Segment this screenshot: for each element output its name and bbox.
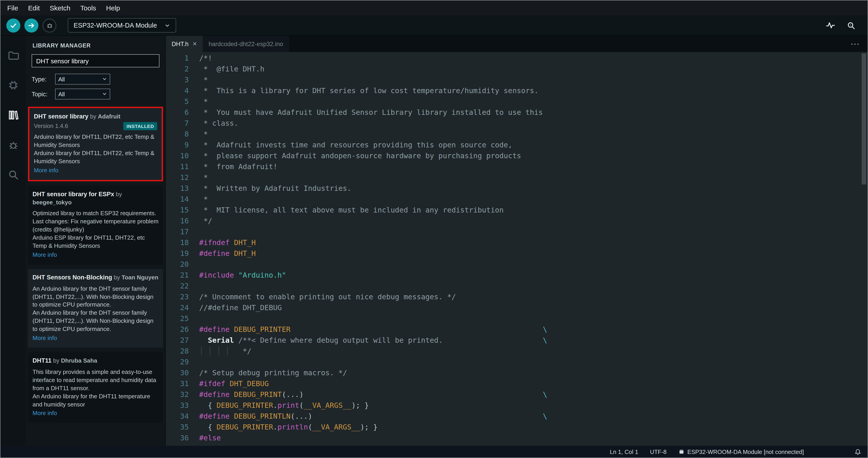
- line-number: 26: [166, 324, 199, 335]
- line-number: 17: [166, 227, 199, 237]
- main-area: LIBRARY MANAGER Type:AllTopic:All DHT se…: [0, 36, 868, 446]
- line-number: 10: [166, 150, 199, 162]
- line-number: 30: [166, 368, 199, 378]
- editor-column: DHT.h×hardcoded-dht22-esp32.ino⋯ 1/*!2 *…: [166, 36, 868, 446]
- code-line: 19#define DHT_H: [166, 248, 868, 259]
- code-text: /* Setup debug printing macros. */: [199, 368, 347, 378]
- chevron-down-icon: [102, 76, 107, 83]
- menu-tools[interactable]: Tools: [75, 0, 101, 16]
- sidebar-item-library-manager[interactable]: [0, 101, 26, 131]
- library-icon: [7, 109, 19, 122]
- code-line: 30/* Setup debug printing macros. */: [166, 368, 868, 378]
- board-selector-dropdown[interactable]: ESP32-WROOM-DA Module: [68, 18, 176, 33]
- code-text: * class.: [199, 118, 238, 129]
- upload-button[interactable]: [24, 18, 38, 32]
- menu-edit[interactable]: Edit: [23, 0, 45, 16]
- close-icon[interactable]: ×: [193, 40, 197, 48]
- code-line: 21#include "Arduino.h": [166, 270, 868, 281]
- sidebar-item-debug[interactable]: [0, 131, 26, 161]
- library-card[interactable]: DHT sensor library by AdafruitVersion 1.…: [28, 107, 163, 181]
- line-number: 18: [166, 237, 199, 248]
- code-line: 34#define DEBUG_PRINTLN(...) \: [166, 411, 868, 422]
- board-status[interactable]: ESP32-WROOM-DA Module [not connected]: [678, 448, 804, 455]
- sidebar-item-boards-manager[interactable]: [0, 71, 26, 101]
- tab-hardcoded-dht22-esp32-ino[interactable]: hardcoded-dht22-esp32.ino: [203, 36, 289, 52]
- code-line: 4 * This is a library for DHT series of …: [166, 85, 868, 96]
- check-icon: [9, 22, 17, 29]
- code-text: │ │ │ │ */: [199, 346, 251, 357]
- filter-label: Type:: [32, 76, 55, 83]
- more-info-link[interactable]: More info: [32, 409, 158, 418]
- sidebar-item-sketchbook[interactable]: [0, 41, 26, 71]
- code-text: * Written by Adafruit Industries.: [199, 183, 351, 194]
- menu-file[interactable]: File: [2, 0, 23, 16]
- library-card[interactable]: DHT sensor library for ESPx by beegee_to…: [28, 186, 163, 264]
- board-status-label: ESP32-WROOM-DA Module [not connected]: [687, 448, 804, 455]
- code-line: 15 * MIT license, all text above must be…: [166, 205, 868, 216]
- line-number: 14: [166, 194, 199, 205]
- serial-plotter-button[interactable]: [826, 21, 835, 30]
- line-number: 1: [166, 53, 199, 64]
- code-text: * You must have Adafruit Unified Sensor …: [199, 107, 543, 118]
- serial-monitor-button[interactable]: [847, 21, 855, 30]
- chevron-down-icon: [102, 91, 107, 97]
- library-author: beegee_tokyo: [32, 199, 71, 206]
- code-line: 9 * Adafruit invests time and resources …: [166, 140, 868, 150]
- code-line: 32#define DEBUG_PRINT(...) \: [166, 389, 868, 400]
- bug-icon: [46, 22, 53, 29]
- line-number: 35: [166, 422, 199, 433]
- code-editor[interactable]: 1/*!2 * @file DHT.h3 *4 * This is a libr…: [166, 52, 868, 446]
- tab-dht-h[interactable]: DHT.h×: [166, 36, 203, 52]
- code-text: *: [199, 172, 208, 183]
- library-card[interactable]: DHT11 by Dhruba SahaThis library provide…: [28, 352, 163, 423]
- line-number: 12: [166, 172, 199, 183]
- library-by-label: by: [89, 113, 98, 120]
- filter-label: Topic:: [32, 91, 55, 97]
- verify-button[interactable]: [6, 18, 20, 32]
- code-line: 22: [166, 281, 868, 292]
- library-card[interactable]: DHT Sensors Non-Blocking by Toan NguyenA…: [28, 269, 163, 348]
- editor-scrollbar-thumb[interactable]: [862, 53, 866, 184]
- line-number: 28: [166, 346, 199, 357]
- cursor-position: Ln 1, Col 1: [610, 448, 638, 455]
- code-line: 5 *: [166, 96, 868, 107]
- line-number: 29: [166, 357, 199, 368]
- code-line: 29: [166, 357, 868, 368]
- menu-help[interactable]: Help: [101, 0, 125, 16]
- code-text: #define DEBUG_PRINT(...) \: [199, 443, 547, 446]
- more-info-link[interactable]: More info: [34, 166, 157, 174]
- library-description-paragraph: This library provides a simple and easy-…: [32, 368, 158, 393]
- code-line: 28│ │ │ │ */: [166, 346, 868, 357]
- line-number: 32: [166, 389, 199, 400]
- library-title: DHT Sensors Non-Blocking by Toan Nguyen: [32, 274, 158, 282]
- toolbar: ESP32-WROOM-DA Module: [0, 16, 868, 36]
- line-number: 33: [166, 400, 199, 411]
- code-text: *: [199, 129, 208, 140]
- code-line: 6 * You must have Adafruit Unified Senso…: [166, 107, 868, 118]
- library-search-input[interactable]: [32, 54, 159, 67]
- code-text: #ifdef DHT_DEBUG: [199, 378, 269, 389]
- debug-button[interactable]: [42, 18, 57, 32]
- code-text: { DEBUG_PRINTER.println(__VA_ARGS__); }: [199, 422, 377, 433]
- more-info-link[interactable]: More info: [32, 251, 158, 259]
- code-line: 18#ifndef DHT_H: [166, 237, 868, 248]
- filter-select-type[interactable]: All: [55, 74, 110, 85]
- editor-more-actions-button[interactable]: ⋯: [842, 36, 868, 52]
- library-description: This library provides a simple and easy-…: [32, 368, 158, 408]
- more-info-link[interactable]: More info: [32, 334, 158, 342]
- arduino-ide-window: FileEditSketchToolsHelp ESP32-WROOM-DA M…: [0, 0, 868, 458]
- library-by-label: by: [114, 191, 122, 198]
- code-text: *: [199, 75, 208, 85]
- sidebar-item-search[interactable]: [0, 161, 26, 190]
- tab-label: DHT.h: [172, 40, 189, 47]
- code-line: 13 * Written by Adafruit Industries.: [166, 183, 868, 194]
- board-icon: [7, 79, 19, 92]
- filter-select-topic[interactable]: All: [55, 89, 110, 99]
- bug-icon: [7, 139, 19, 152]
- line-number: 21: [166, 270, 199, 281]
- code-line: 20: [166, 259, 868, 270]
- code-text: Serial /**< Define where debug output wi…: [199, 335, 547, 346]
- library-description-paragraph: Arduino library for DHT11, DHT22, etc Te…: [34, 149, 157, 166]
- notifications-button[interactable]: [855, 448, 861, 455]
- menu-sketch[interactable]: Sketch: [45, 0, 75, 16]
